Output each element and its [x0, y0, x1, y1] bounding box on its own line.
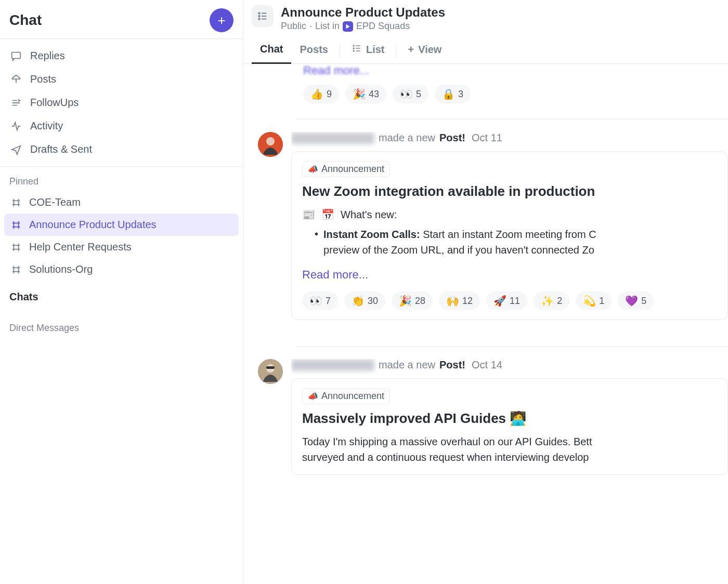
tada-icon: 🎉 — [399, 295, 412, 307]
svg-rect-11 — [266, 366, 275, 369]
reaction-sparkles[interactable]: ✨2 — [534, 291, 569, 310]
raised-hands-icon: 🙌 — [446, 295, 459, 307]
pinned-label-text: Help Center Requests — [29, 241, 132, 253]
plus-icon: + — [408, 44, 414, 56]
pinned-label-text: Announce Product Updates — [29, 219, 157, 231]
tab-posts[interactable]: Posts — [291, 38, 336, 63]
reaction-tada[interactable]: 🎉43 — [345, 85, 386, 103]
pinned-coe-team[interactable]: COE-Team — [4, 191, 239, 214]
svg-point-2 — [258, 16, 260, 17]
avatar[interactable] — [258, 359, 283, 384]
nav-drafts-sent[interactable]: Drafts & Sent — [3, 138, 240, 161]
sidebar-title: Chat — [9, 12, 42, 29]
svg-point-3 — [258, 18, 260, 20]
posts-icon — [10, 74, 22, 85]
post-item: made a new Post! Oct 14 📣 Announcement M… — [254, 359, 728, 475]
read-more-link[interactable]: Read more... — [254, 64, 728, 77]
svg-point-6 — [353, 50, 354, 51]
megaphone-icon: 📣 — [308, 164, 318, 174]
svg-point-8 — [266, 137, 275, 145]
list-prefix: List in — [315, 21, 340, 32]
tab-separator — [396, 45, 396, 57]
post-date: Oct 11 — [472, 132, 502, 144]
visibility-label: Public — [281, 21, 306, 32]
nav-list: Replies Posts FollowUps Activity Drafts … — [0, 39, 243, 166]
nav-followups[interactable]: FollowUps — [3, 91, 240, 114]
pinned-label-text: Solutions-Org — [29, 263, 93, 275]
tab-add-view[interactable]: + View — [399, 38, 450, 63]
avatar[interactable] — [258, 132, 283, 157]
reactions-row: 👀7 👏30 🎉28 🙌12 🚀11 ✨2 💫1 💜5 — [302, 291, 717, 310]
reaction-eyes[interactable]: 👀7 — [302, 291, 338, 310]
post-title: New Zoom integration available in produc… — [302, 183, 717, 200]
svg-rect-0 — [12, 52, 21, 58]
post-separator — [295, 119, 728, 120]
reaction-rocket[interactable]: 🚀11 — [486, 291, 527, 310]
compose-button[interactable]: + — [210, 8, 233, 32]
tab-list[interactable]: List — [343, 38, 393, 63]
replies-icon — [10, 50, 22, 62]
post-date: Oct 14 — [472, 359, 502, 371]
post-byline: made a new Post! Oct 14 — [291, 359, 728, 371]
post-card[interactable]: 📣 Announcement New Zoom integration avai… — [291, 151, 728, 320]
reaction-lock[interactable]: 🔒3 — [435, 85, 471, 103]
bullet-icon: • — [315, 227, 318, 258]
calendar-icon: 📅 — [321, 207, 334, 222]
reaction-raised-hands[interactable]: 🙌12 — [439, 291, 480, 310]
announcement-tag[interactable]: 📣 Announcement — [302, 388, 390, 404]
heart-icon: 💜 — [625, 295, 638, 307]
nav-replies[interactable]: Replies — [3, 44, 240, 68]
reaction-clap[interactable]: 👏30 — [344, 291, 385, 310]
pinned-solutions-org[interactable]: Solutions-Org — [4, 258, 239, 281]
nav-posts[interactable]: Posts — [3, 68, 240, 91]
pinned-help-center-requests[interactable]: Help Center Requests — [4, 236, 239, 258]
nav-label: Activity — [30, 120, 63, 132]
reaction-tada[interactable]: 🎉28 — [392, 291, 433, 310]
nav-label: Posts — [30, 73, 56, 85]
channel-title: Announce Product Updates — [281, 5, 445, 20]
megaphone-icon: 📣 — [308, 391, 318, 401]
post-content: 📰 📅 What's new: • Instant Zoom Calls: St… — [302, 207, 717, 283]
announcement-tag[interactable]: 📣 Announcement — [302, 161, 390, 177]
channel-icon — [10, 219, 22, 231]
main-panel: Announce Product Updates Public · List i… — [243, 0, 728, 584]
pinned-label: Pinned — [0, 167, 243, 191]
list-icon — [352, 43, 362, 56]
channel-avatar-icon[interactable] — [252, 5, 274, 27]
tada-icon: 🎉 — [353, 88, 366, 100]
chats-section-label[interactable]: Chats — [0, 281, 243, 307]
nav-label: Drafts & Sent — [30, 143, 92, 155]
list-name[interactable]: EPD Squads — [356, 21, 410, 32]
channel-icon — [10, 264, 22, 275]
post-item: made a new Post! Oct 11 📣 Announcement N… — [254, 132, 728, 320]
tab-chat[interactable]: Chat — [252, 38, 291, 64]
eyes-icon: 👀 — [400, 88, 413, 100]
activity-icon — [10, 121, 22, 132]
pinned-announce-product-updates[interactable]: Announce Product Updates — [4, 214, 239, 236]
post-separator — [295, 346, 728, 347]
channel-header: Announce Product Updates Public · List i… — [243, 0, 728, 32]
plus-icon: + — [217, 12, 225, 29]
reaction-heart[interactable]: 💜5 — [618, 291, 654, 310]
pinned-list: COE-Team Announce Product Updates Help C… — [0, 191, 243, 281]
reaction-eyes[interactable]: 👀5 — [393, 85, 428, 103]
tabs: Chat Posts List + View — [243, 32, 728, 64]
reaction-dizzy[interactable]: 💫1 — [576, 291, 612, 310]
post-content: Today I'm shipping a massive overhaul on… — [302, 434, 717, 465]
read-more-link[interactable]: Read more... — [302, 266, 368, 283]
channel-icon — [10, 242, 22, 253]
sparkles-icon: ✨ — [541, 295, 554, 307]
eyes-icon: 👀 — [309, 295, 322, 307]
dizzy-icon: 💫 — [583, 295, 596, 307]
newspaper-icon: 📰 — [302, 207, 315, 222]
nav-label: Replies — [30, 50, 65, 62]
author-name-redacted — [291, 360, 374, 371]
nav-activity[interactable]: Activity — [3, 114, 240, 138]
dm-section-label[interactable]: Direct Messages — [0, 307, 243, 338]
followups-icon — [10, 97, 22, 109]
feed: Read more... 👍9 🎉43 👀5 🔒3 made a new Pos… — [243, 64, 728, 584]
post-title: Massively improved API Guides 🧑‍💻 — [302, 410, 717, 427]
sidebar-header: Chat + — [0, 0, 243, 38]
post-card[interactable]: 📣 Announcement Massively improved API Gu… — [291, 378, 728, 475]
reaction-thumbsup[interactable]: 👍9 — [303, 85, 339, 103]
